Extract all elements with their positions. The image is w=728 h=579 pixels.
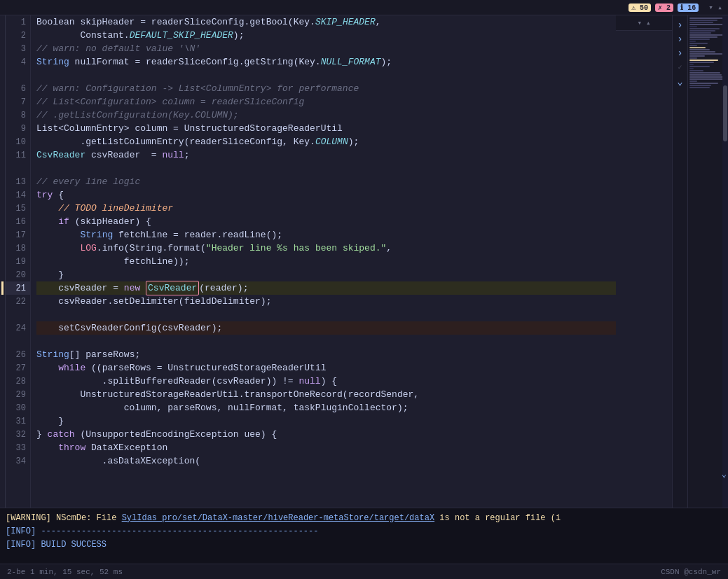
scroll-down-icon[interactable]: ⌄ xyxy=(722,469,727,480)
line-num-10: 10 xyxy=(6,135,30,148)
gutter-mark-17 xyxy=(1,228,5,242)
code-line-10: .getListColumnEntry(readerSliceConfig, K… xyxy=(36,135,616,148)
gutter-mark-4 xyxy=(1,55,5,69)
code-line-7: // List<Configuration> column = readerSl… xyxy=(36,95,616,109)
console-build-success: [INFO] BUILD SUCCESS xyxy=(6,540,107,550)
header-bar: ⚠ 50 ✗ 2 ℹ 16 ▾ ▴ xyxy=(0,0,728,15)
code-line-16: if (skipHeader) { xyxy=(36,215,616,228)
line-num-24: 24 xyxy=(6,321,30,335)
gutter-mark-1 xyxy=(1,15,5,29)
gutter-mark-20 xyxy=(1,268,5,281)
gutter-mark-31 xyxy=(1,414,5,428)
console-link[interactable]: SylIdas_pro/set/DataX-master/hiveReader-… xyxy=(122,513,434,523)
console-area: [WARNING] NScmDe: File SylIdas_pro/set/D… xyxy=(0,508,728,564)
chevron-right-icon-3[interactable]: › xyxy=(675,48,686,59)
line-num-9: 9 xyxy=(6,122,30,135)
line-num-12 xyxy=(6,162,30,175)
gutter-mark-34 xyxy=(1,454,5,468)
console-line-2: [INFO] ---------------------------------… xyxy=(6,524,722,538)
line-numbers: 1 2 3 4 6 7 8 9 10 11 13 14 15 16 17 18 … xyxy=(6,15,31,508)
gutter-mark-13 xyxy=(1,175,5,188)
gutter-mark-6 xyxy=(1,82,5,95)
line-num-13: 13 xyxy=(6,175,30,188)
code-line-11: CsvReader csvReader = null; xyxy=(36,148,616,162)
header-badges: ⚠ 50 ✗ 2 ℹ 16 ▾ ▴ xyxy=(629,3,722,12)
line-num-1: 1 xyxy=(6,15,30,29)
code-line-13: // every line logic xyxy=(36,175,616,188)
code-line-29: UnstructuredStorageReaderUtil.transportO… xyxy=(36,388,616,401)
code-line-32: } catch (UnsupportedEncodingException ue… xyxy=(36,428,616,441)
error-badge: ✗ 2 xyxy=(655,4,673,12)
code-editor[interactable]: Boolean skipHeader = readerSliceConfig.g… xyxy=(31,15,616,508)
line-num-22: 22 xyxy=(6,295,30,308)
gutter-mark-23 xyxy=(1,308,5,321)
chevron-right-icon-2[interactable]: › xyxy=(675,34,686,45)
gutter-mark-9 xyxy=(1,122,5,135)
gutter-mark-25 xyxy=(1,335,5,348)
gutter-mark-30 xyxy=(1,401,5,414)
status-left: 2-be 1 min, 15 sec, 52 ms xyxy=(7,568,123,576)
line-num-27: 27 xyxy=(6,361,30,375)
code-line-21: csvReader = new CsvReader(reader); xyxy=(36,281,616,295)
gutter-mark-29 xyxy=(1,388,5,401)
chevron-right-icon-1[interactable]: › xyxy=(675,20,686,31)
line-num-14: 14 xyxy=(6,188,30,202)
right-sidebar: ▾ ▴ xyxy=(616,15,672,508)
code-line-17: String fetchLine = reader.readLine(); xyxy=(36,228,616,242)
line-num-15: 15 xyxy=(6,202,30,215)
expand-icon[interactable]: ▴ xyxy=(646,18,651,27)
line-num-34: 34 xyxy=(6,454,30,468)
gutter-mark-14 xyxy=(1,188,5,202)
gutter-mark-32 xyxy=(1,428,5,441)
top-right-icons: ▾ ▴ xyxy=(616,15,672,31)
right-icon-column: › › › ✓ ⌄ xyxy=(673,15,688,508)
code-line-6: // warn: Configuration -> List<ColumnEnt… xyxy=(36,82,616,95)
info-badge: ℹ 16 xyxy=(678,4,699,12)
console-info-separator: [INFO] ---------------------------------… xyxy=(6,526,318,536)
code-line-5 xyxy=(36,69,616,82)
code-line-22: csvReader.setDelimiter(fieldDelimiter); xyxy=(36,295,616,308)
code-line-24: setCsvReaderConfig(csvReader); xyxy=(36,321,616,335)
code-line-20: } xyxy=(36,268,616,281)
status-bar: 2-be 1 min, 15 sec, 52 ms CSDN @csdn_wr xyxy=(0,564,728,579)
line-num-18: 18 xyxy=(6,242,30,255)
line-num-2: 2 xyxy=(6,29,30,42)
line-num-30: 30 xyxy=(6,401,30,414)
code-line-9: List<ColumnEntry> column = UnstructuredS… xyxy=(36,122,616,135)
line-num-4: 4 xyxy=(6,55,30,69)
gutter-mark-3 xyxy=(1,42,5,55)
minimap-area: › › › ✓ ⌄ xyxy=(672,15,728,508)
minimap-lines: ⌄ xyxy=(688,15,728,508)
line-num-31: 31 xyxy=(6,414,30,428)
line-num-11: 11 xyxy=(6,148,30,162)
code-line-4: String nullFormat = readerSliceConfig.ge… xyxy=(36,55,616,69)
gutter-mark-21 xyxy=(1,281,4,295)
console-line-1: [WARNING] NScmDe: File SylIdas_pro/set/D… xyxy=(6,511,722,524)
code-line-12 xyxy=(36,162,616,175)
line-num-28: 28 xyxy=(6,375,30,388)
code-line-27: while ((parseRows = UnstructuredStorageR… xyxy=(36,361,616,375)
code-line-15: // TODO lineDelimiter xyxy=(36,202,616,215)
line-num-25 xyxy=(6,335,30,348)
gutter-mark-11 xyxy=(1,148,5,162)
collapse-icon[interactable]: ▾ xyxy=(637,18,642,27)
gutter-mark-22 xyxy=(1,295,5,308)
code-line-34: .asDataXException( xyxy=(36,454,616,468)
chevron-down-icon[interactable]: ⌄ xyxy=(675,76,686,87)
header-icons: ▾ ▴ xyxy=(708,3,722,12)
code-line-33: throw DataXException xyxy=(36,441,616,454)
warning-badge: ⚠ 50 xyxy=(629,4,651,12)
line-num-8: 8 xyxy=(6,109,30,122)
line-num-3: 3 xyxy=(6,42,30,55)
line-num-32: 32 xyxy=(6,428,30,441)
console-warning-text: [WARNING] NScmDe: File SylIdas_pro/set/D… xyxy=(6,513,561,523)
scrollbar-thumb[interactable] xyxy=(723,85,727,141)
gutter-mark-16 xyxy=(1,215,5,228)
line-num-29: 29 xyxy=(6,388,30,401)
gutter-mark-18 xyxy=(1,242,5,255)
check-icon: ✓ xyxy=(675,62,686,73)
code-line-19: fetchLine)); xyxy=(36,255,616,268)
gutter-mark-33 xyxy=(1,441,5,454)
line-num-7: 7 xyxy=(6,95,30,109)
code-line-2: Constant.DEFAULT_SKIP_HEADER); xyxy=(36,29,616,42)
